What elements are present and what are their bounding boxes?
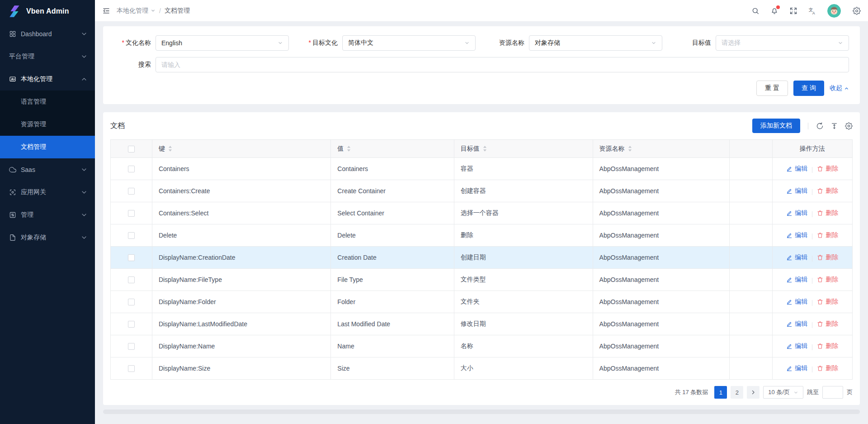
- cell-key: DisplayName:CreationDate: [152, 247, 330, 269]
- row-checkbox[interactable]: [128, 365, 135, 372]
- search-icon[interactable]: [751, 7, 760, 15]
- delete-button[interactable]: 删除: [817, 342, 838, 350]
- edit-button[interactable]: 编辑: [786, 165, 807, 173]
- edit-button[interactable]: 编辑: [786, 209, 807, 217]
- app-logo[interactable]: Vben Admin: [0, 0, 95, 23]
- row-checkbox[interactable]: [128, 321, 135, 328]
- refresh-icon[interactable]: [816, 122, 824, 130]
- chevron-down-icon: [80, 234, 88, 241]
- delete-button[interactable]: 删除: [817, 364, 838, 372]
- target-culture-select[interactable]: 简体中文: [342, 35, 476, 51]
- app-root: Vben Admin Dashboard平台管理本地化管理语言管理资源管理文档管…: [0, 0, 868, 424]
- delete-button[interactable]: 删除: [817, 165, 838, 173]
- edit-button[interactable]: 编辑: [786, 253, 807, 262]
- action-divider: [812, 167, 812, 173]
- cell-empty: [729, 224, 772, 247]
- sidebar-item-management[interactable]: 管理: [0, 204, 95, 226]
- query-button[interactable]: 查 询: [793, 81, 824, 96]
- select-all-checkbox[interactable]: [128, 146, 135, 152]
- required-mark: *: [309, 39, 311, 46]
- delete-trash-icon: [817, 188, 823, 194]
- user-avatar[interactable]: [827, 4, 841, 18]
- sort-caret-icon[interactable]: [168, 145, 172, 152]
- translate-icon[interactable]: 文A: [808, 7, 816, 15]
- field-resource-name: 资源名称 对象存储: [487, 35, 662, 51]
- cell-value: Creation Date: [331, 247, 454, 269]
- column-header-key[interactable]: 键: [152, 140, 330, 158]
- topbar-actions: 文A: [751, 4, 861, 18]
- column-header-target-value[interactable]: 目标值: [454, 140, 593, 158]
- delete-button[interactable]: 删除: [817, 209, 838, 217]
- row-checkbox[interactable]: [128, 188, 135, 195]
- chevron-right-icon: [750, 390, 756, 395]
- sidebar-item-platform-management[interactable]: 平台管理: [0, 45, 95, 68]
- sort-caret-icon[interactable]: [628, 145, 632, 152]
- sidebar-item-localization-management[interactable]: 本地化管理: [0, 68, 95, 91]
- cell-resource: AbpOssManagement: [593, 357, 729, 380]
- sidebar-subitem-language-management[interactable]: 语言管理: [0, 91, 95, 113]
- edit-button[interactable]: 编辑: [786, 342, 807, 350]
- fullscreen-icon[interactable]: [789, 7, 797, 15]
- edit-button[interactable]: 编辑: [786, 298, 807, 306]
- horizontal-scrollbar[interactable]: [103, 410, 860, 414]
- chevron-down-icon: [80, 166, 88, 173]
- page-button-1[interactable]: 1: [714, 386, 727, 399]
- svg-text:A: A: [812, 11, 815, 15]
- sidebar-item-label: 管理: [21, 211, 76, 219]
- table-row: Containers:SelectSelect Container选择一个容器A…: [111, 202, 853, 224]
- row-height-icon[interactable]: [830, 122, 838, 130]
- sidebar-item-saas[interactable]: Saas: [0, 158, 95, 181]
- table-settings-gear-icon[interactable]: [845, 122, 853, 130]
- sidebar-item-dashboard[interactable]: Dashboard: [0, 23, 95, 45]
- search-input[interactable]: [156, 57, 849, 72]
- settings-gear-icon[interactable]: [853, 7, 861, 15]
- edit-button[interactable]: 编辑: [786, 320, 807, 328]
- resource-name-select[interactable]: 对象存储: [529, 35, 662, 51]
- reset-button[interactable]: 重 置: [756, 81, 788, 96]
- chevron-down-icon: [80, 30, 88, 38]
- sidebar-item-object-storage[interactable]: 对象存储: [0, 226, 95, 249]
- page-button-2[interactable]: 2: [731, 386, 743, 399]
- target-value-select[interactable]: 请选择: [716, 35, 849, 51]
- breadcrumb-item-localization[interactable]: 本地化管理: [117, 7, 156, 15]
- row-checkbox[interactable]: [128, 254, 135, 261]
- edit-button[interactable]: 编辑: [786, 187, 807, 195]
- delete-button[interactable]: 删除: [817, 253, 838, 262]
- cell-empty: [729, 269, 772, 291]
- row-checkbox[interactable]: [128, 232, 135, 239]
- column-header-resource[interactable]: 资源名称: [593, 140, 729, 158]
- row-checkbox[interactable]: [128, 210, 135, 217]
- sidebar-subitem-document-management[interactable]: 文档管理: [0, 136, 95, 158]
- edit-button[interactable]: 编辑: [786, 276, 807, 284]
- sort-caret-icon[interactable]: [483, 145, 487, 152]
- breadcrumb-item-document[interactable]: 文档管理: [165, 7, 190, 15]
- cell-value: Select Container: [331, 202, 454, 224]
- sort-caret-icon[interactable]: [347, 145, 351, 152]
- culture-name-select[interactable]: English: [156, 35, 289, 51]
- cell-value: File Type: [331, 269, 454, 291]
- delete-button[interactable]: 删除: [817, 320, 838, 328]
- row-checkbox[interactable]: [128, 343, 135, 350]
- notification-bell-icon[interactable]: [770, 7, 778, 15]
- delete-button[interactable]: 删除: [817, 187, 838, 195]
- sidebar-collapse-icon[interactable]: [102, 7, 110, 15]
- delete-button[interactable]: 删除: [817, 231, 838, 239]
- edit-button[interactable]: 编辑: [786, 364, 807, 372]
- row-checkbox[interactable]: [128, 166, 135, 172]
- action-divider: [812, 189, 812, 195]
- sidebar-subitem-resource-management[interactable]: 资源管理: [0, 113, 95, 136]
- row-checkbox[interactable]: [128, 299, 135, 305]
- delete-button[interactable]: 删除: [817, 276, 838, 284]
- next-page-button[interactable]: [747, 386, 760, 399]
- cell-empty: [729, 158, 772, 180]
- sidebar-item-app-gateway[interactable]: 应用网关: [0, 181, 95, 204]
- page-size-select[interactable]: 10 条/页: [763, 386, 803, 399]
- row-checkbox[interactable]: [128, 276, 135, 283]
- column-header-value[interactable]: 值: [331, 140, 454, 158]
- jump-to-page-input[interactable]: [822, 386, 843, 399]
- delete-button[interactable]: 删除: [817, 298, 838, 306]
- cell-resource: AbpOssManagement: [593, 291, 729, 313]
- edit-button[interactable]: 编辑: [786, 231, 807, 239]
- collapse-form-link[interactable]: 收起: [830, 84, 849, 92]
- add-document-button[interactable]: 添加新文档: [752, 119, 800, 133]
